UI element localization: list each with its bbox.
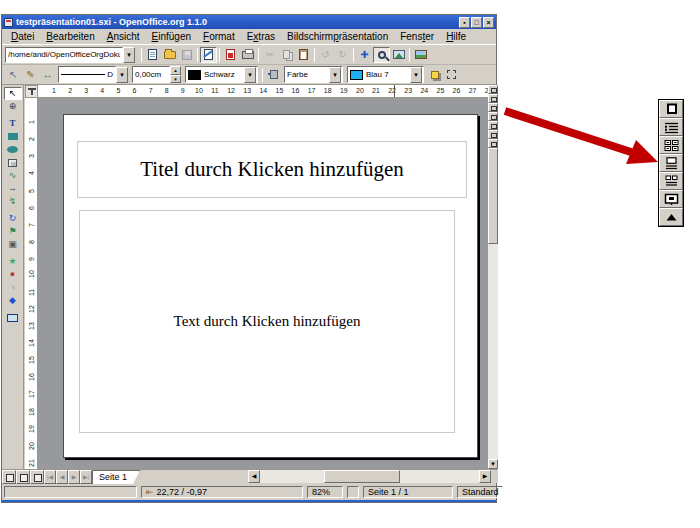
new-document-button[interactable]	[144, 47, 161, 63]
text-tool[interactable]: T	[4, 117, 22, 130]
navigator-button[interactable]: ✚	[356, 47, 373, 63]
open-button[interactable]	[161, 47, 178, 63]
url-dropdown-arrow-icon[interactable]: ▾	[123, 47, 135, 63]
vertical-scrollbar-track[interactable]	[488, 148, 498, 459]
notes-view-button-magnified[interactable]	[659, 154, 683, 172]
close-button[interactable]: ×	[483, 17, 494, 28]
body-placeholder[interactable]: Text durch Klicken hinzufügen	[79, 210, 455, 433]
slide-canvas[interactable]: Titel durch Klicken hinzufügen Text durc…	[63, 114, 478, 458]
fill-color-combo[interactable]: Blau 7 ▾	[347, 66, 424, 83]
scroll-left-button[interactable]: ◀	[248, 470, 260, 483]
line-style-preview: D	[58, 66, 116, 83]
horizontal-ruler[interactable]: 1234567891011121314151617181920212223242…	[38, 85, 488, 98]
line-width-input[interactable]	[132, 66, 170, 83]
animation-tool[interactable]: ●	[4, 268, 22, 281]
rectangle-tool[interactable]	[4, 130, 22, 143]
notes-view-button[interactable]	[488, 112, 498, 121]
menu-ansicht[interactable]: Ansicht	[102, 30, 147, 43]
next-page-button[interactable]: ▶	[68, 470, 80, 484]
zoom-button[interactable]	[373, 47, 390, 63]
fill-style-dropdown-icon[interactable]: ▾	[329, 67, 341, 83]
scroll-right-button[interactable]: ▶	[479, 470, 491, 483]
menu-extras[interactable]: Extras	[242, 30, 282, 43]
scroll-down-button[interactable]: ▼	[488, 459, 498, 469]
rotate-tool[interactable]: ↻	[4, 212, 22, 225]
title-bar[interactable]: testpräsentation01.sxi - OpenOffice.org …	[2, 15, 496, 29]
handout-view-button[interactable]	[488, 121, 498, 130]
line-color-combo[interactable]: Schwarz ▾	[185, 66, 258, 83]
line-button[interactable]: ✎	[22, 67, 39, 83]
slides-view-button[interactable]	[488, 103, 498, 112]
rotation-mode-button[interactable]	[443, 67, 460, 83]
previous-page-button[interactable]: ◀	[56, 470, 68, 484]
hruler-number: 27	[469, 87, 477, 94]
drawing-view-button-magnified[interactable]	[659, 100, 683, 118]
status-zoom-field[interactable]: 82%	[307, 486, 343, 498]
presentation-tool[interactable]	[4, 311, 22, 324]
zoom-tool[interactable]: ⊕	[4, 100, 22, 113]
page-tab[interactable]: Seite 1	[92, 470, 140, 484]
scroll-up-button[interactable]	[488, 139, 498, 148]
vertical-ruler[interactable]: 123456789101112131415161718192021	[25, 98, 38, 469]
vruler-number: 4	[28, 164, 35, 175]
line-style-dropdown-icon[interactable]: ▾	[116, 67, 128, 83]
alignment-tool[interactable]: ⚑	[4, 225, 22, 238]
minimize-button[interactable]: ▪	[459, 17, 470, 28]
line-width-up-icon[interactable]: ▴	[170, 66, 181, 75]
drawing-view-button[interactable]	[488, 85, 498, 94]
ruler-origin[interactable]	[25, 85, 38, 98]
ellipse-tool[interactable]	[4, 143, 22, 156]
menu-datei[interactable]: Datei	[6, 30, 41, 43]
line-color-dropdown-icon[interactable]: ▾	[244, 67, 256, 83]
menu-einfgen[interactable]: Einfügen	[147, 30, 198, 43]
3d-controller-tool[interactable]: ◆	[4, 294, 22, 307]
slideshow-button-magnified[interactable]	[659, 190, 683, 208]
connector-tool[interactable]: ↯	[4, 195, 22, 208]
hruler-number: 14	[259, 87, 267, 94]
handout-view-button-magnified[interactable]	[659, 172, 683, 190]
master-mode-button[interactable]	[16, 470, 30, 484]
menu-fenster[interactable]: Fenster	[395, 30, 441, 43]
menu-bearbeiten[interactable]: Bearbeiten	[41, 30, 101, 43]
scroll-up-button-magnified[interactable]	[659, 208, 683, 226]
lines-arrows-tool[interactable]: →	[4, 182, 22, 195]
vertical-scrollbar-thumb[interactable]	[488, 148, 498, 244]
outline-view-button[interactable]	[488, 94, 498, 103]
arrow-style-button[interactable]: ↔	[39, 67, 56, 83]
paste-button[interactable]	[295, 47, 312, 63]
fill-color-dropdown-icon[interactable]: ▾	[410, 67, 422, 83]
menu-bildschirmprsentation[interactable]: Bildschirmpräsentation	[282, 30, 395, 43]
gallery-button[interactable]	[390, 47, 407, 63]
status-style-field[interactable]: Standard	[457, 486, 503, 498]
last-page-button[interactable]: ▶|	[80, 470, 92, 484]
horizontal-scrollbar-thumb[interactable]	[324, 470, 400, 483]
maximize-button[interactable]: □	[471, 17, 482, 28]
title-placeholder[interactable]: Titel durch Klicken hinzufügen	[77, 141, 467, 198]
load-url-input[interactable]	[5, 47, 123, 63]
page-mode-button[interactable]	[2, 470, 16, 484]
print-button[interactable]	[239, 47, 256, 63]
insert-graphics-button[interactable]	[412, 47, 429, 63]
vruler-number: 5	[28, 182, 35, 193]
line-style-combo[interactable]: D ▾	[58, 66, 128, 83]
menu-hilfe[interactable]: Hilfe	[441, 30, 473, 43]
edit-file-button[interactable]	[200, 47, 217, 63]
fill-style-combo[interactable]: Farbe ▾	[284, 66, 343, 83]
first-page-button[interactable]: |◀	[44, 470, 56, 484]
slideshow-button[interactable]	[488, 130, 498, 139]
arrange-tool[interactable]: ▣	[4, 238, 22, 251]
effects-tool[interactable]: ★	[4, 255, 22, 268]
select-tool[interactable]: ↖	[4, 87, 22, 100]
shadow-button[interactable]	[426, 67, 443, 83]
edit-points-button[interactable]: ↖	[5, 67, 22, 83]
insert-graphics-icon	[415, 50, 427, 59]
outline-view-button-magnified[interactable]	[659, 118, 683, 136]
layer-mode-button[interactable]	[30, 470, 44, 484]
menu-format[interactable]: Format	[198, 30, 242, 43]
line-width-down-icon[interactable]: ▾	[170, 75, 181, 84]
workspace[interactable]: Titel durch Klicken hinzufügen Text durc…	[38, 98, 488, 469]
export-pdf-button[interactable]	[222, 47, 239, 63]
3d-objects-tool[interactable]	[4, 156, 22, 169]
curve-tool[interactable]: ∿	[4, 169, 22, 182]
slides-view-button-magnified[interactable]	[659, 136, 683, 154]
